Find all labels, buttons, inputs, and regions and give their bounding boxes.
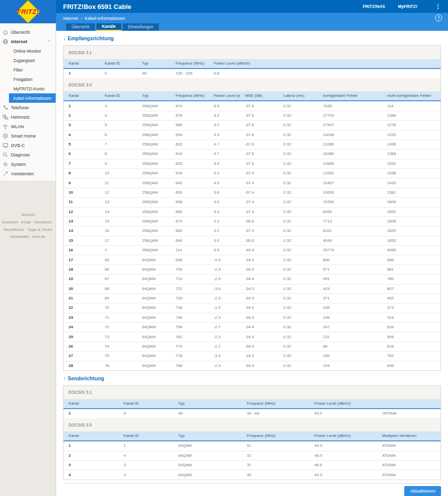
footer-line: Ansicht: ErweitertInhaltHandbuch xyxy=(0,212,56,226)
sidebar-item-online-monitor[interactable]: Online-Monitor xyxy=(9,46,56,56)
tab-kanaele[interactable]: Kanäle xyxy=(96,23,121,31)
table-cell: 16 xyxy=(100,226,137,236)
sidebar-item-label: Smart Home xyxy=(11,134,36,139)
table-row: 196764QAM714-2.9-34.40.32491780 xyxy=(64,275,441,284)
table-cell: 0.32 xyxy=(279,207,318,216)
table-cell: 256QAM xyxy=(137,169,171,178)
table-cell: 30 - 65 xyxy=(242,409,309,418)
tab-einstellungen[interactable]: Einstellungen xyxy=(123,23,159,31)
sidebar-item-kabel-informationen[interactable]: Kabel-Informationen xyxy=(9,93,56,103)
table-cell: 602 xyxy=(171,140,209,149)
table-cell: 0.32 xyxy=(279,313,318,322)
column-header: Typ xyxy=(173,399,242,409)
table-cell: 5 xyxy=(64,140,100,149)
table-cell: 65 xyxy=(100,255,137,265)
fritznas-link[interactable]: FRITZ!NAS xyxy=(363,4,385,9)
table-cell: 17 xyxy=(64,255,100,265)
table-cell: OFDMA xyxy=(377,409,441,418)
breadcrumb-section[interactable]: Internet xyxy=(63,16,78,21)
table-cell: 4 xyxy=(100,111,137,120)
table-cell: 4 xyxy=(64,130,100,140)
table-cell: 27447 xyxy=(318,121,382,130)
table-cell: 256QAM xyxy=(137,216,171,226)
table-cell: -34.4 xyxy=(240,323,278,332)
sidebar-item-label: Assistenten xyxy=(11,171,34,176)
table-cell: 881 xyxy=(382,265,441,274)
table-cell: 807 xyxy=(382,284,441,293)
sidebar-item-wlan[interactable]: WLAN xyxy=(0,122,56,131)
overflow-menu-icon[interactable]: ⋮ xyxy=(435,3,441,10)
table-cell: 0.32 xyxy=(279,323,318,332)
sidebar-item-myfritz-konto[interactable]: MyFRITZ!-Konto xyxy=(9,84,56,93)
myfritz-link[interactable]: MyFRITZ! xyxy=(398,4,417,9)
sidebar-item-diagnose[interactable]: Diagnose xyxy=(0,150,56,159)
rechtliches-link[interactable]: Rechtliches xyxy=(3,227,24,232)
table-cell: 4.2 xyxy=(209,121,240,130)
sidebar-item-assistenten[interactable]: Assistenten xyxy=(0,169,56,178)
handbuch-link[interactable]: Handbuch xyxy=(34,220,52,224)
sidebar-item-smart-home[interactable]: Smart Home xyxy=(0,131,56,141)
table-cell: -37.4 xyxy=(240,198,278,207)
refresh-button[interactable]: Aktualisieren xyxy=(404,486,441,496)
upload-section-heading: ↑Senderichtung xyxy=(63,375,441,381)
chevron-up-icon[interactable] xyxy=(47,39,53,44)
table-cell: 0.32 xyxy=(279,361,318,370)
table-cell: 23 xyxy=(64,313,100,322)
table-cell: 76 xyxy=(100,361,137,370)
table-cell: 770 xyxy=(171,342,209,351)
sidebar-item-freigaben[interactable]: Freigaben xyxy=(9,74,56,84)
table-cell: 74 xyxy=(100,342,137,351)
newsletter-link[interactable]: Newsletter xyxy=(10,234,29,239)
table-cell: 0.32 xyxy=(279,216,318,226)
table-cell: 578 xyxy=(171,111,209,120)
sidebar-item-system[interactable]: System xyxy=(0,159,56,169)
table-cell: 840 xyxy=(318,255,382,265)
table-cell: -37.6 xyxy=(240,149,278,159)
avm-link[interactable]: avm.de xyxy=(32,234,45,239)
table-cell: 3.2 xyxy=(209,226,240,236)
docsis30-label: DOCSIS 3.0 xyxy=(64,78,441,91)
table-cell: 4096 xyxy=(382,246,441,255)
table-cell: 778 xyxy=(171,352,209,361)
sidebar-item-dvb-c[interactable]: DVB-C xyxy=(0,141,56,150)
channel-table: KanalKanal IDTypFrequenz (MHz)Power Leve… xyxy=(64,431,441,480)
footer-line: RechtlichesTipps & Tricks xyxy=(0,226,56,234)
column-header: Power Level (dBmV) xyxy=(309,399,377,409)
table-cell: 1 xyxy=(64,101,100,111)
tipps-tricks-link[interactable]: Tipps & Tricks xyxy=(27,227,52,232)
table-cell: 0 xyxy=(119,409,173,418)
sidebar-item-filter[interactable]: Filter xyxy=(9,65,56,74)
help-icon[interactable]: ? xyxy=(435,14,442,21)
table-cell: 6 xyxy=(64,149,100,159)
inhalt-link[interactable]: Inhalt xyxy=(21,220,31,224)
table-cell: -36.6 xyxy=(240,216,278,226)
table-cell: 1276 xyxy=(382,121,441,130)
sidebar-item-internet[interactable]: Internet xyxy=(0,37,56,46)
button-row: Aktualisieren xyxy=(63,483,441,496)
table-cell: -2.3 xyxy=(209,361,240,370)
table-cell: 0.32 xyxy=(279,169,318,178)
table-cell: 2 xyxy=(119,470,173,480)
table-row: 1315256QAM6743.2-36.60.3277131608 xyxy=(64,216,441,226)
table-row: 277564QAM778-3.3-34.30.32150762 xyxy=(64,352,441,361)
table-row: 79256QAM6264.9-37.60.32145851552 xyxy=(64,159,441,168)
table-cell: 4.7 xyxy=(209,149,240,159)
table-cell: 256QAM xyxy=(137,178,171,188)
sidebar-item-uebersicht[interactable]: Übersicht xyxy=(0,27,56,37)
table-cell: 24036 xyxy=(318,130,382,140)
table-cell: 616 xyxy=(382,342,441,351)
tab-uebersicht[interactable]: Übersicht xyxy=(66,23,95,31)
table-cell: 690 xyxy=(171,236,209,245)
table-cell: 67 xyxy=(100,275,137,284)
table-cell: 0.32 xyxy=(279,246,318,255)
sidebar-item-zugangsart[interactable]: Zugangsart xyxy=(9,56,56,65)
page-title: FRITZ!Box 6591 Cable xyxy=(63,3,131,10)
table-cell: -2.3 xyxy=(209,293,240,303)
table-cell: 0.32 xyxy=(279,332,318,342)
sidebar-item-heimnetz[interactable]: Heimnetz xyxy=(0,112,56,122)
fritz-logo[interactable]: FRITZ! xyxy=(0,0,56,23)
table-cell: 3 xyxy=(64,461,119,470)
table-cell: 64QAM xyxy=(173,451,242,460)
table-cell: 0.32 xyxy=(279,284,318,293)
sidebar-item-telefonie[interactable]: Telefonie xyxy=(0,103,56,112)
